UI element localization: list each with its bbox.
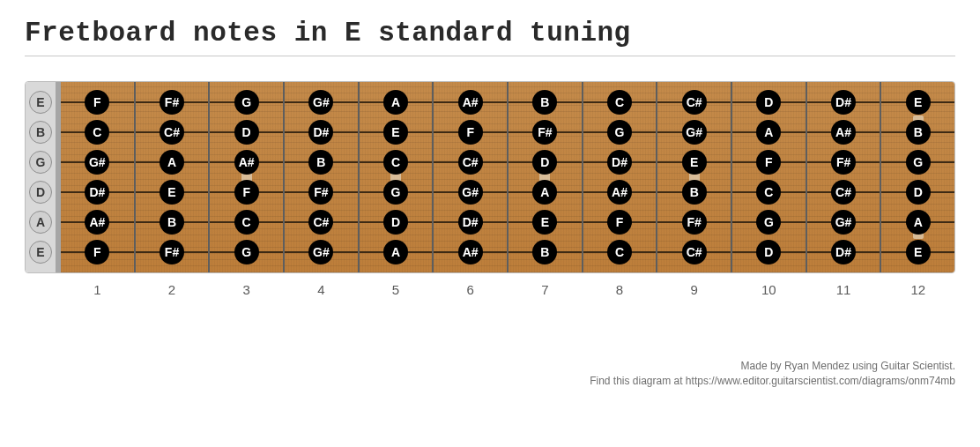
credits-line-2: Find this diagram at https://www.editor.… (25, 374, 955, 389)
open-string-cell: E (29, 237, 52, 267)
fret-note: G (383, 180, 408, 205)
fret-note: E (906, 90, 931, 115)
fret-cell: C (61, 117, 134, 147)
fret-cell: G# (434, 177, 507, 207)
fret-cell: B (881, 117, 954, 147)
open-string-cell: B (29, 117, 52, 147)
fret-note: G# (308, 240, 333, 264)
fret-note: A# (458, 240, 483, 264)
fret-cell: D (360, 207, 433, 237)
fret-note: F# (308, 180, 333, 205)
fret-cell: G (881, 147, 954, 177)
fret-cell: A# (61, 207, 134, 237)
fret-note: A (906, 210, 931, 235)
fret-column: A#FC#G#D#A# (434, 82, 509, 272)
fret-note: G# (458, 180, 483, 205)
fret-cell: D (732, 237, 806, 267)
fret-cell: D# (807, 87, 880, 117)
fret-note: F# (532, 120, 557, 145)
fret-number: 7 (508, 282, 583, 297)
fret-cell: G (210, 237, 283, 267)
fret-note: G (234, 240, 259, 264)
fret-note: F (607, 210, 632, 235)
fret-note: C (607, 90, 632, 115)
open-string-note: B (29, 121, 52, 144)
fret-note: D (756, 90, 781, 115)
fret-note: E (160, 180, 184, 205)
fret-cell: B (657, 177, 731, 207)
credits: Made by Ryan Mendez using Guitar Scienti… (25, 359, 955, 389)
fret-note: D (756, 240, 781, 264)
open-strings-column: EBGDAE (26, 82, 61, 272)
fret-cell: E (360, 117, 433, 147)
title-divider (25, 56, 955, 56)
fret-cell: G (583, 117, 657, 147)
fret-note: D# (85, 180, 109, 205)
fret-note: A# (85, 210, 109, 235)
fret-note: G# (308, 90, 333, 115)
open-string-cell: D (29, 177, 52, 207)
fret-note: F (85, 240, 109, 264)
fret-cell: A# (807, 117, 880, 147)
fret-note: F (85, 90, 109, 115)
fret-cell: F (434, 117, 507, 147)
fret-note: C# (308, 210, 333, 235)
fret-column: G#D#BF#C#G# (285, 82, 360, 272)
fret-note: A# (831, 120, 856, 145)
fret-note: G (607, 120, 632, 145)
fret-note: G# (831, 210, 856, 235)
fret-cell: A (136, 147, 209, 177)
fret-cell: F# (285, 177, 358, 207)
fret-note: D (234, 120, 259, 145)
fret-cell: F (583, 207, 657, 237)
fret-note: C (756, 180, 781, 205)
fret-note: C# (160, 120, 184, 145)
fret-cell: G# (657, 117, 731, 147)
open-string-cell: A (29, 207, 52, 237)
fret-cell: F (210, 177, 283, 207)
fret-number: 2 (135, 282, 210, 297)
fret-note: E (532, 210, 557, 235)
fret-note: B (532, 240, 557, 264)
fret-cell: A (360, 87, 433, 117)
fret-cell: F# (657, 207, 731, 237)
fret-cell: G (210, 87, 283, 117)
fret-number: 12 (880, 282, 955, 297)
fret-note: A# (234, 150, 259, 175)
fret-cell: C# (657, 87, 731, 117)
open-string-cell: G (29, 147, 52, 177)
fret-cell: G# (285, 237, 358, 267)
fret-cell: C (583, 237, 657, 267)
fret-note: A (160, 150, 184, 175)
fret-number: 10 (731, 282, 806, 297)
fret-column: FCG#D#A#F (61, 82, 136, 272)
fret-note: A (383, 240, 408, 264)
fret-note: F# (160, 240, 184, 264)
fret-cell: D (210, 117, 283, 147)
fret-cell: D (732, 87, 806, 117)
fret-note: B (308, 150, 333, 175)
fret-cell: A# (434, 237, 507, 267)
fret-cell: A# (210, 147, 283, 177)
fret-note: C (234, 210, 259, 235)
fret-cell: C (210, 207, 283, 237)
fret-note: A (756, 120, 781, 145)
fret-note: E (682, 150, 707, 175)
fret-cell: E (136, 177, 209, 207)
open-string-note: E (29, 91, 52, 114)
fretboard-diagram: EBGDAE FCG#D#A#FF#C#AEBF#GDA#FCGG#D#BF#C… (25, 81, 955, 273)
fret-note: F (458, 120, 483, 145)
fret-cell: D# (434, 207, 507, 237)
fret-cell: E (881, 87, 954, 117)
fret-cell: B (136, 207, 209, 237)
fret-cell: D# (583, 147, 657, 177)
fret-note: B (160, 210, 184, 235)
fret-note: C (607, 240, 632, 264)
open-string-note: G (29, 151, 52, 174)
fret-number: 9 (657, 282, 731, 297)
fret-cell: G# (285, 87, 358, 117)
fret-note: C (85, 120, 109, 145)
fret-note: B (532, 90, 557, 115)
fret-note: G# (682, 120, 707, 145)
fret-note: B (906, 120, 931, 145)
